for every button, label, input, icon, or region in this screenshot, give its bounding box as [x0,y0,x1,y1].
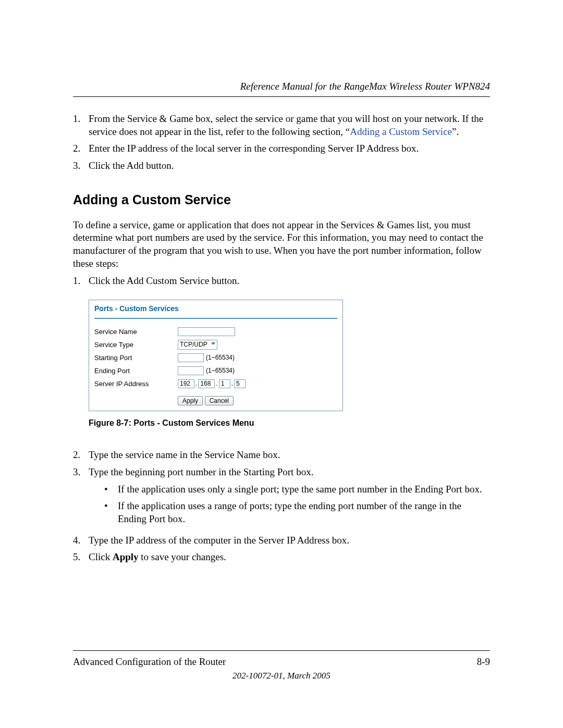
bullet-marker: • [104,500,118,525]
list-text: Type the service name in the Service Nam… [89,449,490,462]
footer-line: Advanced Configuration of the Router 8-9 [73,650,490,668]
list-text: Type the IP address of the computer in t… [89,534,490,547]
cancel-button[interactable]: Cancel [205,396,234,405]
list-number: 4. [73,534,89,547]
form-row: Service Name [94,326,337,337]
list-item: 4. Type the IP address of the computer i… [73,534,490,547]
list-text: From the Service & Game box, select the … [89,113,490,138]
list-item: 2. Type the service name in the Service … [73,449,490,462]
list-item: 5. Click Apply to save your changes. [73,551,490,564]
ip-separator: . [231,380,233,387]
ip-octet-3-input[interactable] [219,379,230,388]
bold-text: Apply [113,551,139,562]
bullet-text: If the application uses only a single po… [118,483,482,496]
ip-octet-2-input[interactable] [198,379,215,388]
list-item: 3. Type the beginning port number in the… [73,466,490,530]
figure-caption: Figure 8-7: Ports - Custom Services Menu [89,418,490,428]
ip-separator: . [195,380,197,387]
paragraph: To define a service, game or application… [73,219,490,270]
form-row: Starting Port (1~65534) [94,352,337,363]
field-label: Ending Port [94,367,178,375]
footer-left: Advanced Configuration of the Router [73,656,226,668]
ip-octet-1-input[interactable] [178,379,194,388]
list-text: Enter the IP address of the local server… [89,142,490,155]
list-item: 2. Enter the IP address of the local ser… [73,142,490,155]
bullet-item: • If the application uses only a single … [104,483,490,496]
list-text: Click Apply to save your changes. [89,551,490,564]
field-label: Service Name [94,328,178,336]
field-label: Starting Port [94,354,178,362]
field-label: Service Type [94,341,178,349]
apply-button[interactable]: Apply [178,396,203,405]
page-header-title: Reference Manual for the RangeMax Wirele… [73,81,490,97]
section-heading: Adding a Custom Service [73,192,490,207]
bullet-list: • If the application uses only a single … [104,483,490,526]
list-item: 3. Click the Add button. [73,159,490,172]
list-number: 5. [73,551,89,564]
ip-octet-4-input[interactable] [234,379,246,388]
list-number: 3. [73,466,89,530]
list-number: 1. [73,113,89,138]
divider [94,318,337,319]
form-row: Server IP Address . . . [94,378,337,389]
field-label: Server IP Address [94,380,178,388]
page-number: 8-9 [477,656,490,668]
panel-title: Ports - Custom Services [94,304,337,318]
field-hint: (1~65534) [206,367,235,374]
button-row: Apply Cancel [94,396,337,405]
service-type-select[interactable]: TCP/UDP [178,340,217,350]
text-fragment: ”. [452,126,459,137]
cross-reference-link[interactable]: Adding a Custom Service [350,126,452,137]
ordered-list-continued: 2. Type the service name in the Service … [73,449,490,564]
field-hint: (1~65534) [206,354,235,361]
bullet-item: • If the application uses a range of por… [104,500,490,525]
service-name-input[interactable] [178,327,235,336]
list-text: Type the beginning port number in the St… [89,466,490,530]
select-value: TCP/UDP [180,341,207,348]
list-item: 1. Click the Add Custom Service button. [73,275,490,288]
text-fragment: Click [89,551,113,562]
list-text: Click the Add Custom Service button. [89,275,490,288]
bullet-marker: • [104,483,118,496]
list-number: 3. [73,159,89,172]
form-row: Ending Port (1~65534) [94,365,337,376]
list-number: 2. [73,449,89,462]
ordered-list-steps: 1. Click the Add Custom Service button. [73,275,490,288]
footer-doc-id: 202-10072-01, March 2005 [73,671,490,681]
figure: Ports - Custom Services Service Name Ser… [89,300,490,428]
list-number: 1. [73,275,89,288]
list-text: Click the Add button. [89,159,490,172]
ordered-list-top: 1. From the Service & Game box, select t… [73,113,490,172]
bullet-text: If the application uses a range of ports… [118,500,490,525]
ending-port-input[interactable] [178,366,204,375]
form-row: Service Type TCP/UDP [94,339,337,350]
ip-separator: . [216,380,217,387]
list-number: 2. [73,142,89,155]
list-item: 1. From the Service & Game box, select t… [73,113,490,138]
figure-panel: Ports - Custom Services Service Name Ser… [89,300,343,411]
list-text-line: Type the beginning port number in the St… [89,466,490,479]
page-footer: Advanced Configuration of the Router 8-9… [73,650,490,681]
starting-port-input[interactable] [178,353,204,362]
document-page: Reference Manual for the RangeMax Wirele… [0,0,563,728]
text-fragment: to save your changes. [139,551,226,562]
